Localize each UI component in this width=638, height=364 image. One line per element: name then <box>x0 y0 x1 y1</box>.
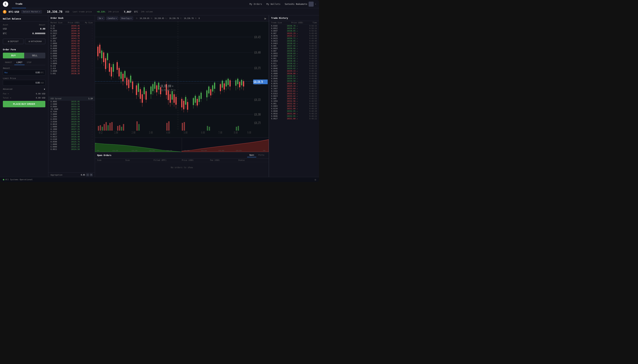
depth-chart[interactable]: -300 $10,180 $10,230 $10,280 $10,330 $10… <box>95 138 269 152</box>
withdraw-button[interactable]: ⊖ WITHDRAW <box>25 39 46 44</box>
nav-my-wallets[interactable]: My Wallets <box>266 3 280 5</box>
svg-rect-151 <box>138 124 139 130</box>
advanced-label: Advanced <box>3 88 12 90</box>
order-book-bid-row[interactable]: 0.7599 10332.90 - <box>48 110 95 113</box>
nav-tab-trade[interactable]: Trade <box>12 0 26 8</box>
order-book-ask-row[interactable]: 0.5922 10344.30 - <box>48 32 95 34</box>
order-book-ask-row[interactable]: 0.0688 10342.15 - <box>48 47 95 50</box>
settings-icon[interactable]: ⚙ <box>315 178 316 181</box>
bid-mysize: - <box>87 141 93 143</box>
order-book-bid-row[interactable]: 1.0000 10327.95 - <box>48 126 95 128</box>
order-book-ask-row[interactable]: 3.14 10344.45 - <box>48 24 95 27</box>
market-tab[interactable]: MARKET <box>3 60 14 65</box>
order-book-bid-row[interactable]: 0.0010 10328.15 - <box>48 123 95 126</box>
svg-text:$10,280: $10,280 <box>149 150 155 151</box>
order-book-bid-row[interactable]: 0.0500 10325.75 - <box>48 140 95 143</box>
order-book-bid-row[interactable]: 0.0021 10324.50 - <box>48 148 95 151</box>
ask-price: 10344.35 <box>67 30 80 32</box>
order-book-bid-row[interactable]: 0.0322 10326.50 - <box>48 130 95 133</box>
ask-size: 3.0000 <box>51 62 60 64</box>
user-menu[interactable]: Satoshi Nakamoto ▾ <box>285 2 316 7</box>
candle-type-selector[interactable]: Candle ▾ <box>106 16 118 20</box>
order-book-bid-row[interactable]: 1.0000 10325.45 - <box>48 143 95 146</box>
bid-size: 0.0023 <box>51 136 60 138</box>
sell-tab[interactable]: SELL <box>24 53 46 58</box>
ask-price: 10336.35 <box>67 70 80 72</box>
order-book-ask-row[interactable]: 1.0047 10343.75 - <box>48 37 95 40</box>
order-book-bid-row[interactable]: 1.2904 10329.35 - <box>48 116 95 118</box>
order-book-bid-row[interactable]: 0.6168 10326.30 - <box>48 138 95 140</box>
order-book-ask-row[interactable]: 2.414 10336.55 - <box>48 67 95 70</box>
order-book-panel: Order Book Market Size Price (USD) My Si… <box>48 16 95 177</box>
select-market-button[interactable]: Select Market ▾ <box>21 10 42 14</box>
price-chart-canvas[interactable]: 9/13 1:00 2:00 3:00 4:00 5:00 6:00 7:00 … <box>95 22 269 138</box>
order-book-ask-row[interactable]: 5.601 10336.30 - <box>48 72 95 75</box>
svg-rect-57 <box>140 89 141 99</box>
order-book-ask-row[interactable]: 0.1000 10342.65 - <box>48 44 95 47</box>
bid-mysize: - <box>87 106 93 108</box>
logo[interactable]: C <box>3 2 8 7</box>
fills-tab[interactable]: Fills <box>256 153 267 157</box>
trade-time: 9:49:28 <box>308 55 317 57</box>
trade-size: 0.0234 <box>271 108 280 110</box>
order-book-ask-row[interactable]: 1.4371 10340.00 - <box>48 60 95 62</box>
deposit-button[interactable]: ⊕ DEPOSIT <box>3 39 24 44</box>
trade-time: 9:48:53 <box>308 100 317 102</box>
stop-tab[interactable]: STOP <box>25 60 34 65</box>
amount-input-row[interactable]: Max BTC <box>3 70 45 76</box>
order-book-bid-row[interactable]: 0.1000 10327.25 - <box>48 128 95 130</box>
order-book-bid-row[interactable]: 0.4045 10335.05 - <box>48 100 95 103</box>
order-book-ask-row[interactable]: 2.0000 10342.85 - <box>48 42 95 44</box>
chevron-down-icon: ▾ <box>131 17 132 20</box>
order-book-ask-row[interactable]: 1.007 10344.00 - <box>48 34 95 37</box>
timeframe-selector[interactable]: 5m ▾ <box>97 16 105 20</box>
total-row: Total = 0.00 USD <box>3 97 45 99</box>
order-book-bid-row[interactable]: 0.0999 10329.25 - <box>48 118 95 120</box>
limit-price-input-row[interactable]: USD <box>3 80 45 86</box>
trade-time: 9:49:20 <box>308 60 317 62</box>
advanced-toggle[interactable]: Advanced ▾ <box>3 88 45 91</box>
nav-my-orders[interactable]: My Orders <box>249 3 262 5</box>
open-tab[interactable]: Open <box>247 153 256 157</box>
place-order-button[interactable]: PLACE BUY ORDER <box>3 101 45 107</box>
aggregation-plus-button[interactable]: + <box>90 174 93 176</box>
order-book-bid-row[interactable]: 3.0000 10331.00 - <box>48 113 95 116</box>
order-book-bid-row[interactable]: 3.0268 10329.00 - <box>48 120 95 123</box>
trade-history-title: Trade History <box>269 16 319 21</box>
overlay-selector[interactable]: Overlay ▾ <box>120 16 133 20</box>
order-book-bid-row[interactable]: 2.5000 10334.95 - <box>48 103 95 106</box>
trade-time: 9:50:15 <box>308 25 317 27</box>
order-book-bid-row[interactable]: 0.0023 10326.40 - <box>48 136 95 138</box>
order-book-ask-row[interactable]: 3.0000 10339.25 - <box>48 62 95 65</box>
limit-tab[interactable]: LIMIT <box>14 60 25 65</box>
order-book-bid-row[interactable]: 6.0000 10325.25 - <box>48 146 95 148</box>
svg-text:-300: -300 <box>96 150 99 151</box>
order-book-ask-row[interactable]: 0.132 10337.35 - <box>48 65 95 67</box>
svg-text:5:00: 5:00 <box>184 131 188 134</box>
trade-size: 0.0047 <box>271 30 280 32</box>
bid-price: 10335.05 <box>67 101 80 103</box>
chart-navigate-button[interactable]: ▶ <box>265 17 267 20</box>
order-book-ask-row[interactable]: 0.6000 10341.80 - <box>48 52 95 55</box>
trade-price: 10335.13 ↗ <box>287 35 301 37</box>
buy-tab[interactable]: BUY <box>3 53 24 58</box>
chart-ohlcv-info: O: 10,338.05 H: 10,338.05 L: 10,336.78 C… <box>136 18 200 19</box>
svg-rect-115 <box>214 82 215 89</box>
max-link[interactable]: Max <box>5 72 8 74</box>
order-book-bid-row[interactable]: 0.0037 10326.45 - <box>48 133 95 136</box>
order-book-ask-row[interactable]: 0.101 10342.90 - <box>48 40 95 42</box>
order-book-ask-row[interactable]: 0.7599 10340.35 - <box>48 57 95 60</box>
order-book-ask-row[interactable]: 1.0000 10340.65 - <box>48 55 95 57</box>
order-book-bid-row[interactable]: 0.0984 10333.50 - <box>48 106 95 108</box>
order-book-ask-row[interactable]: 0.2999 10344.35 - <box>48 30 95 32</box>
order-book-ask-row[interactable]: 2.0000 10341.95 - <box>48 50 95 52</box>
order-book-ask-row[interactable]: 0.01 10344.40 - <box>48 27 95 30</box>
amount-input[interactable] <box>9 71 40 74</box>
aggregation-minus-button[interactable]: − <box>86 174 89 176</box>
trade-time: 9:49:48 <box>308 40 317 42</box>
trade-history-row: 0.0023 10333.42 ↗ 9:48:53 <box>269 95 319 97</box>
c-label: C: <box>180 18 182 19</box>
order-book-bid-row[interactable]: 25.3000 10333.00 - <box>48 108 95 110</box>
limit-price-input[interactable] <box>5 82 40 84</box>
order-book-ask-row[interactable]: 3.0000 10336.35 - <box>48 70 95 72</box>
